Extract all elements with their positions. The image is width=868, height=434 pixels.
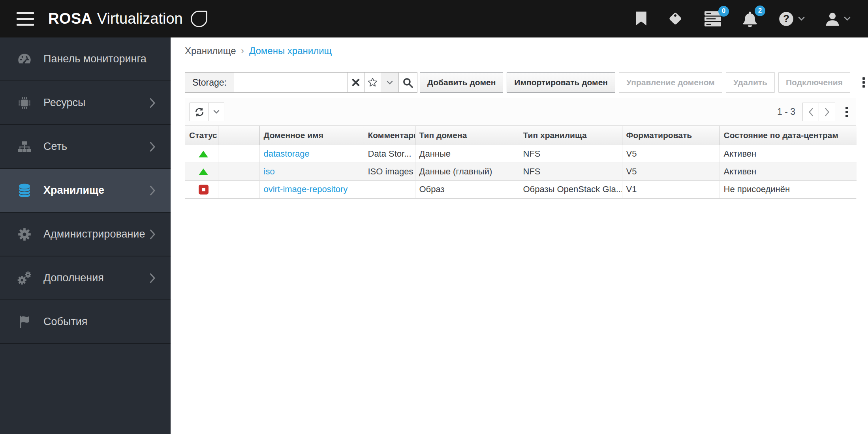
- cell-format: V5: [622, 163, 720, 180]
- clear-search-button[interactable]: [348, 72, 364, 93]
- brand-product: Virtualization: [97, 10, 183, 27]
- gear-icon: [16, 226, 33, 243]
- cell-state: Активен: [720, 163, 857, 180]
- hamburger-menu-icon[interactable]: [17, 12, 34, 26]
- cell-comment: Data Stor...: [364, 145, 415, 163]
- column-header[interactable]: Тип хранилища: [519, 126, 622, 145]
- sidebar-item-resources[interactable]: Ресурсы: [0, 81, 171, 125]
- pagination: 1 - 3: [777, 98, 851, 125]
- sidebar-item-label: Хранилище: [43, 184, 104, 196]
- flag-icon: [16, 314, 33, 330]
- cell-empty: [218, 145, 259, 163]
- sidebar-item-administration[interactable]: Администрирование: [0, 213, 171, 256]
- database-icon: [16, 182, 33, 199]
- bookmark-icon[interactable]: [635, 11, 647, 26]
- cell-domain-name: datastorage: [259, 145, 364, 163]
- connections-button[interactable]: Подключения: [778, 72, 850, 93]
- column-header[interactable]: Тип домена: [415, 126, 519, 145]
- sidebar-item-label: Дополнения: [43, 272, 104, 284]
- tag-icon[interactable]: [667, 10, 684, 28]
- cell-empty: [218, 163, 259, 180]
- notifications-bell-icon[interactable]: 2: [742, 10, 758, 28]
- column-header[interactable]: Доменное имя: [259, 126, 364, 145]
- sidebar-item-label: Сеть: [43, 140, 67, 153]
- status-up-icon: [199, 151, 208, 157]
- search-input[interactable]: [234, 73, 348, 92]
- column-header[interactable]: Состояние по дата-центрам: [720, 126, 857, 145]
- actions-kebab-menu-button[interactable]: [859, 75, 868, 90]
- svg-text:?: ?: [783, 13, 789, 24]
- table-row[interactable]: isoISO imagesДанные (главный)NFSV5Активе…: [185, 163, 857, 180]
- table-row[interactable]: datastorageData Stor...ДанныеNFSV5Активе…: [185, 145, 857, 163]
- grid-kebab-menu-button[interactable]: [842, 105, 851, 120]
- pagination-next-button[interactable]: [819, 103, 835, 121]
- cell-status: [185, 180, 218, 198]
- sidebar-item-label: События: [43, 316, 87, 328]
- storage-domain-link[interactable]: iso: [264, 166, 275, 176]
- help-menu-button[interactable]: ?: [778, 11, 805, 27]
- cpu-icon: [16, 95, 33, 111]
- bookmark-search-button[interactable]: [364, 72, 381, 93]
- storage-domains-grid: 1 - 3 СтатусДоменное имяКомментарийТип д…: [185, 98, 856, 199]
- cell-domain-type: Данные (главный): [415, 163, 519, 180]
- sidebar-item-events[interactable]: События: [0, 300, 171, 344]
- breadcrumb-current-link[interactable]: Домены хранилищ: [249, 45, 332, 56]
- sidebar-item-label: Панель мониторинга: [43, 53, 147, 65]
- sidebar-item-dashboard[interactable]: Панель мониторинга: [0, 37, 171, 81]
- add-domain-button[interactable]: Добавить домен: [420, 72, 503, 93]
- refresh-split-button: [190, 103, 224, 121]
- chevron-right-icon: [150, 273, 156, 283]
- grid-toolbar: 1 - 3: [185, 98, 856, 126]
- sidebar-item-label: Администрирование: [43, 228, 145, 240]
- cell-comment: ISO images: [364, 163, 415, 180]
- search-scope-label: Storage:: [185, 72, 234, 93]
- cell-comment: [364, 180, 415, 198]
- tasks-icon[interactable]: 0: [704, 11, 722, 27]
- tasks-badge: 0: [718, 6, 729, 17]
- refresh-dropdown-button[interactable]: [209, 103, 224, 121]
- import-domain-button[interactable]: Импортировать домен: [507, 72, 615, 93]
- cell-format: V1: [622, 180, 720, 198]
- search-button[interactable]: [399, 72, 417, 93]
- gears-icon: [16, 270, 33, 286]
- breadcrumb-separator: ›: [241, 46, 244, 56]
- column-header[interactable]: Форматировать: [622, 126, 720, 145]
- cell-status: [185, 145, 218, 163]
- refresh-button[interactable]: [190, 103, 209, 121]
- cell-domain-name: ovirt-image-repository: [259, 180, 364, 198]
- column-header[interactable]: Статус: [185, 126, 218, 145]
- breadcrumb-parent-link[interactable]: Хранилище: [185, 45, 236, 56]
- alerts-badge: 2: [755, 6, 765, 16]
- cell-storage-type: NFS: [519, 163, 622, 180]
- storage-domains-table: СтатусДоменное имяКомментарийТип доменаТ…: [185, 126, 857, 198]
- status-up-icon: [199, 168, 208, 175]
- cell-storage-type: NFS: [519, 145, 622, 163]
- cell-empty: [218, 180, 259, 198]
- column-header[interactable]: Комментарий: [364, 126, 415, 145]
- status-down-icon: [199, 185, 209, 195]
- cell-storage-type: Образы OpenStack Gla...: [519, 180, 622, 198]
- sidebar-item-network[interactable]: Сеть: [0, 125, 171, 169]
- storage-domain-link[interactable]: ovirt-image-repository: [264, 184, 348, 194]
- table-row[interactable]: ovirt-image-repositoryОбразОбразы OpenSt…: [185, 180, 857, 198]
- cell-domain-type: Образ: [415, 180, 519, 198]
- search-bar: Storage:: [185, 72, 417, 93]
- remove-button[interactable]: Удалить: [726, 72, 775, 93]
- chevron-right-icon: [150, 142, 156, 152]
- brand: ROSA Virtualization: [48, 10, 207, 27]
- sidebar-item-addons[interactable]: Дополнения: [0, 256, 171, 300]
- pagination-range: 1 - 3: [777, 107, 795, 117]
- cell-format: V5: [622, 145, 720, 163]
- pagination-prev-button[interactable]: [802, 103, 819, 121]
- app-header: ROSA Virtualization 0 2 ?: [0, 0, 868, 37]
- brand-name: ROSA: [48, 10, 92, 27]
- user-menu-button[interactable]: [825, 11, 851, 27]
- dashboard-icon: [16, 51, 33, 67]
- rosa-logo-icon: [191, 11, 207, 27]
- manage-domain-button[interactable]: Управление доменом: [619, 72, 722, 93]
- sidebar-item-storage[interactable]: Хранилище: [0, 169, 171, 213]
- column-header[interactable]: [218, 126, 259, 145]
- storage-domain-link[interactable]: datastorage: [264, 149, 310, 159]
- search-dropdown-button[interactable]: [381, 72, 399, 93]
- action-buttons: Добавить доменИмпортировать доменУправле…: [420, 72, 868, 93]
